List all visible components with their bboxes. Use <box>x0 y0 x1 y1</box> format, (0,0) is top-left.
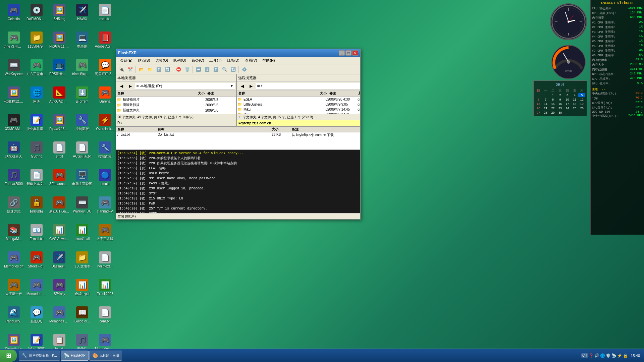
icon-emule[interactable]: 🔵 emule <box>94 168 116 194</box>
network-icon[interactable]: 🌐 <box>600 353 605 358</box>
icon-geren[interactable]: 📁 个人文书书 <box>71 250 93 277</box>
icon-sp4nky[interactable]: 🎮 SP4nky <box>48 278 70 304</box>
file-row[interactable]: 📁 Miku 0 2009/4/7 14:45 drw- <box>237 107 360 112</box>
icon-overclock[interactable]: ⚡ Overclock... <box>94 113 116 139</box>
icon-email[interactable]: 📧 E-mail.txt <box>25 223 48 249</box>
icon-jincheng[interactable]: 📊 金成中ppt <box>71 278 93 304</box>
icon-celestin[interactable]: 🎮 Celestin <box>3 3 25 29</box>
start-button[interactable]: ⊞ <box>0 350 17 362</box>
remote-fwd[interactable]: ▶ <box>247 82 255 90</box>
icon-dassault[interactable]: ✈️ Dassault... <box>48 250 70 277</box>
icon-garena[interactable]: 🎮 Garena <box>94 85 116 112</box>
icon-jiemuobiaoban2[interactable]: 🔗 快速方式 <box>3 195 25 222</box>
icon-ftp13[interactable]: 🖼️ Ftp教程13.jpg <box>48 113 70 139</box>
ftp-tray-icon[interactable]: 📡 <box>611 353 616 358</box>
icon-acrobat[interactable]: 📕 Adobe Acrobat 7... <box>94 30 116 57</box>
taskbar-item-paint[interactable]: 🎨 无标题 - 画图 <box>89 351 122 361</box>
icon-manga[interactable]: 📚 MangaM... <box>3 223 25 249</box>
icon-dayuban[interactable]: 🎮 大宇正式版 <box>94 223 116 249</box>
icon-dayuxin[interactable]: 🎮 大宇新一代 <box>3 278 25 304</box>
tb-settings[interactable]: ⚙️ <box>240 66 248 73</box>
icon-cardtxt[interactable]: 📄 card.txt <box>94 305 116 332</box>
menu-options[interactable]: 选项(O) <box>153 57 171 64</box>
file-row[interactable]: 📁 拍摄物照片 2008/6/5 <box>116 97 236 102</box>
icon-trine[interactable]: 🎮 trine 仅用于调整设置 <box>3 30 25 57</box>
icon-eftxt[interactable]: 📄 ef.txt <box>48 140 70 167</box>
file-row[interactable]: 📁 LittleBusters 0 2009/4/9 9:05 drw- <box>237 102 360 107</box>
icon-ftp11[interactable]: 🖼️ Ftp教程11.jpg <box>48 30 70 57</box>
icon-fangzi[interactable]: 🎮 方方正竞电竞平台 <box>25 58 48 84</box>
icon-wangluo[interactable]: 🌐 网络 <box>25 85 48 112</box>
close-button[interactable]: ✕ <box>352 50 358 56</box>
tb-connect[interactable]: 🔌 <box>117 66 125 73</box>
remote-path-input[interactable] <box>257 84 360 88</box>
file-row[interactable]: 📁 新建文件夹 2009/6/8 <box>116 108 236 113</box>
icon-tranquility[interactable]: 🌊 Tranquility... <box>3 305 25 332</box>
local-path-dropdown[interactable]: ▼ <box>230 84 233 88</box>
icon-warkeydc[interactable]: ⌨️ WarKey_DC <box>71 195 93 222</box>
icon-11358[interactable]: 📁 11358479... <box>25 30 48 57</box>
icon-autocad[interactable]: 📐 AutoCAD 2009 - S... <box>48 85 70 112</box>
icon-hawx[interactable]: ✈️ HAWX <box>71 3 93 29</box>
tb-up[interactable]: ⬆️ <box>155 66 163 73</box>
icon-pps[interactable]: 📺 PPS影音标准版 <box>48 58 70 84</box>
tb-open[interactable]: 📁 <box>146 66 154 73</box>
tb-disconnect[interactable]: ✂️ <box>126 66 134 73</box>
speaker-icon[interactable]: 🔊 <box>594 353 599 358</box>
menu-command[interactable]: 命令(C) <box>189 57 207 64</box>
icon-daemon[interactable]: 💿 DAEMON Tools Lite <box>25 3 48 29</box>
remote-back[interactable]: ◀ <box>238 82 246 90</box>
tb-compare[interactable]: 🔍 <box>220 66 228 73</box>
menu-help[interactable]: 帮助(H) <box>260 57 277 64</box>
tb-delete[interactable]: 🗑️ <box>183 66 191 73</box>
file-row[interactable]: 📁 ESLA 0 2009/6/26 4:30 drw- <box>237 97 360 102</box>
icon-xinjiqq[interactable]: 💬 新近QQ <box>25 305 48 332</box>
menu-queue[interactable]: 队列(Q) <box>171 57 189 64</box>
taskbar-item-flashfxp[interactable]: 📡 FlashFXP <box>61 351 89 361</box>
icon-dianjizhu[interactable]: 🖥️ 电脑主页轮图 <box>71 168 93 194</box>
local-back[interactable]: ◀ <box>117 82 125 90</box>
antivirus-icon[interactable]: 🔒 <box>623 353 628 358</box>
power-icon[interactable]: ⚡ <box>617 353 622 358</box>
menu-sites[interactable]: 站点(S) <box>135 57 153 64</box>
tb-download[interactable]: ⬇️ <box>203 66 211 73</box>
help-icon[interactable]: ❓ <box>589 353 594 358</box>
icon-nanomijiren[interactable]: 🤖 纳米机器人 <box>3 140 25 167</box>
icon-utorrent[interactable]: ⬇️ µTorrent <box>71 85 93 112</box>
menu-view[interactable]: 查看(V) <box>242 57 260 64</box>
icon-sf4launcher[interactable]: 🎮 SF4Launcher <box>48 168 70 194</box>
icon-excelmail[interactable]: 📊 excel/mail <box>71 223 93 249</box>
icon-bh5[interactable]: 🖼️ BH5.jpg <box>48 3 70 29</box>
tb-sync[interactable]: 🔃 <box>229 66 237 73</box>
menu-tools[interactable]: 工具(T) <box>207 57 224 64</box>
icon-warkey[interactable]: ⌨️ WarKey.exe <box>3 58 25 84</box>
file-row[interactable]: 📁 漫流数扫描 2009/6/6 <box>116 102 236 108</box>
icon-dianjitong[interactable]: 💻 电击统 <box>71 30 93 57</box>
icon-mo1[interactable]: 📄 mo1.txt <box>94 3 116 29</box>
minimize-button[interactable]: _ <box>339 50 345 56</box>
taskbar-item-control-panel[interactable]: 🔧 用户控制面板 - K... <box>19 351 60 361</box>
icon-kongzhimianban[interactable]: 🔧 控制面板 <box>71 113 93 139</box>
icon-guideor[interactable]: 📖 Guide or... <box>71 305 93 332</box>
icon-tuibian[interactable]: 🎮 trine 启动游戏 <box>71 58 93 84</box>
icon-xinjian[interactable]: 📄 新建文本文文件 <box>25 168 48 194</box>
tb-refresh[interactable]: 🔄 <box>163 66 171 73</box>
tb-stop[interactable]: ⛔ <box>174 66 182 73</box>
tb-new[interactable]: 📂 <box>137 66 145 73</box>
icon-jiemuobiaoban3[interactable]: 🔓 解密破解 <box>25 195 48 222</box>
icon-foobar[interactable]: 🎵 Foobar2000 <box>3 168 25 194</box>
icon-aliwangwang[interactable]: 💬 阿里旺旺 2009 Beta1 <box>94 58 116 84</box>
icon-cvgviewer[interactable]: 📊 CVGViewer 7.0 <box>48 223 70 249</box>
queue-row[interactable]: /--List.txt D:\--List.txt 28 KB 从 keyfcf… <box>116 132 360 138</box>
icon-ftp12[interactable]: 🖼️ Ftp教程12.jpg <box>3 85 25 112</box>
icon-hdilptext[interactable]: 📄 hdilptext... <box>94 250 116 277</box>
icon-jiemuobiaoban[interactable]: 🔧 控制面板 <box>94 140 116 167</box>
icon-streetfig[interactable]: 🎮 Street Fig... <box>25 250 48 277</box>
menu-dir[interactable]: 目录(D) <box>224 57 242 64</box>
icon-memoriesoff[interactable]: 🎮 Memories off <box>3 250 25 277</box>
icon-memo2nd[interactable]: 🎮 Memories off 2nd <box>25 278 48 304</box>
icon-acgterm[interactable]: 📄 ACG用语.txt <box>71 140 93 167</box>
tb-transfer[interactable]: ➡️ <box>194 66 202 73</box>
icon-gstring[interactable]: 🎵 GString <box>25 140 48 167</box>
icon-memo3rd[interactable]: 🎮 Memories off 3rd 品 <box>48 305 70 332</box>
